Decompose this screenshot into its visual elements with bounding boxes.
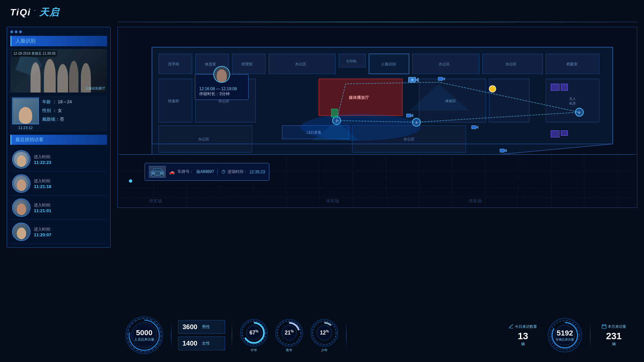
panel-dot-1 (10, 31, 13, 33)
total-visitors-number: 5000 (134, 328, 154, 337)
svg-text:经理室: 经理室 (241, 62, 253, 66)
svg-text:媒体播放厅: 媒体播放厅 (348, 95, 369, 100)
svg-text:档案室: 档案室 (566, 62, 578, 66)
person-info: 11:23:12 年龄 ： 18～24 性别 ： 女 戴眼镜：否 (10, 96, 107, 131)
svg-text:快递柜: 快递柜 (168, 99, 179, 103)
right-stats: 今日来访数量 13 辆 5192 车辆总来访量 (506, 317, 631, 354)
svg-rect-96 (152, 172, 155, 174)
bottom-stats: 5000 人员总来访量 3600 男性 1400 女性 (117, 315, 637, 355)
male-bar: 3600 男性 (178, 320, 225, 334)
youth-label: 青年 (274, 348, 304, 353)
svg-text:停车场: 停车场 (469, 198, 482, 203)
car-plate-number: 渝A89897 (196, 169, 214, 175)
parking-svg: 停车场 停车场 停车场 (118, 155, 637, 207)
monthly-visits-count: 231 (597, 331, 631, 342)
male-label: 男性 (202, 324, 210, 330)
svg-text:办公区: 办公区 (295, 62, 306, 66)
svg-rect-65 (561, 131, 568, 136)
female-bar: 1400 女性 (178, 337, 225, 350)
svg-rect-62 (551, 84, 559, 90)
svg-rect-68 (121, 155, 634, 207)
svg-text:办公区: 办公区 (198, 137, 209, 141)
total-visitors-label: 人员总来访量 (134, 337, 154, 342)
today-visits-title: 今日来访数量 (506, 324, 540, 329)
face-recognition-title: 人脸识别 (10, 36, 107, 46)
vehicle-total-number: 5192 (556, 329, 574, 338)
logo: TiQi · 天启 (10, 6, 59, 19)
svg-rect-58 (407, 114, 411, 117)
age-middle-aged: 67% 中年 (239, 318, 269, 353)
middle-aged-text: 67% (250, 329, 259, 336)
car-popup-divider (217, 167, 218, 177)
visitor-info-1: 进入时间: 11:22:23 (34, 154, 51, 165)
middle-aged-label: 中年 (239, 348, 269, 353)
svg-rect-119 (602, 325, 606, 328)
top-line (117, 22, 637, 22)
vehicle-total-gauge: 5192 车辆总来访量 (546, 317, 583, 354)
popup-time: 12:16:08 — 12:19:08 (199, 86, 244, 91)
left-panel: 人脸识别 12-28-2018 星期五 11:39:35 人脸识别展厅 (7, 27, 111, 248)
svg-text:洗手间: 洗手间 (168, 62, 179, 66)
male-count: 3600 (182, 323, 199, 331)
svg-text:停车场: 停车场 (149, 198, 162, 203)
visitor-info-4: 进入时间: 11:20:07 (34, 227, 51, 237)
svg-text:LED屏幕: LED屏幕 (307, 131, 321, 135)
parking-area: 停车场 停车场 停车场 🚗 车牌号： 渝A89897 ⏱ 进场时间： (117, 154, 637, 208)
popup-avatar (213, 66, 230, 83)
visitor-avatar-1 (12, 150, 31, 169)
person-time: 11:23:12 (12, 126, 39, 130)
camera-timestamp: 12-28-2018 星期五 11:39:35 (12, 51, 57, 57)
today-visits-unit: 辆 (506, 342, 540, 347)
car-svg (150, 167, 165, 177)
popup-duration: 停留时长：3分钟 (199, 91, 244, 97)
svg-text:休息室: 休息室 (205, 62, 216, 66)
today-visits-count: 13 (506, 331, 540, 342)
visitor-info-3: 进入时间: 11:21:01 (34, 202, 51, 213)
middle-aged-gauge: 67% (239, 318, 269, 348)
visitor-item-2[interactable]: 进入时间: 11:21:18 (10, 172, 107, 196)
middle-aged-pct: 67% (250, 330, 259, 336)
minor-pct: 12% (320, 330, 329, 336)
svg-point-51 (489, 85, 496, 92)
car-plate-label: 车牌号： (177, 169, 194, 175)
chart-icon (509, 324, 514, 329)
svg-point-94 (152, 174, 155, 177)
svg-text:办公区: 办公区 (404, 137, 415, 141)
stat-divider-1 (171, 322, 171, 349)
calendar-icon (602, 324, 606, 329)
age-group-gauges: 67% 中年 21% 青年 (239, 318, 339, 353)
monthly-visits-block: 本月来访量 231 辆 (597, 324, 631, 347)
monthly-visits-title: 本月来访量 (597, 324, 631, 329)
visitor-item-3[interactable]: 进入时间: 11:21:01 (10, 196, 107, 220)
car-popup: 🚗 车牌号： 渝A89897 ⏱ 进场时间： 12:35:23 (145, 163, 269, 181)
logo-tiqi: TiQi (10, 7, 31, 17)
visitor-item-4[interactable]: 进入时间: 11:20:07 (10, 220, 107, 244)
svg-rect-60 (500, 149, 504, 152)
svg-rect-64 (551, 131, 559, 137)
total-visitors-gauge: 5000 人员总来访量 (124, 315, 164, 355)
svg-text:办公区: 办公区 (439, 62, 450, 66)
svg-rect-63 (561, 84, 568, 90)
svg-text:打印机: 打印机 (346, 59, 357, 63)
age-minor: 12% 少年 (309, 318, 339, 353)
camera-label: 人脸识别展厅 (85, 86, 105, 91)
car-time-label: 进场时间： (227, 169, 248, 175)
total-visitors-text: 5000 人员总来访量 (134, 328, 154, 342)
visitor-item-1[interactable]: 进入时间: 11:22:23 (10, 147, 107, 172)
visitor-avatar-4 (12, 223, 31, 241)
age-youth: 21% 青年 (274, 318, 304, 353)
car-icon (149, 166, 166, 178)
car-plate-info: 🚗 车牌号： 渝A89897 (169, 169, 214, 175)
today-visits-block: 今日来访数量 13 辆 (506, 324, 540, 347)
monthly-visits-unit: 辆 (597, 342, 631, 347)
vehicle-total-label: 车辆总来访量 (556, 338, 574, 342)
svg-point-95 (160, 174, 163, 177)
svg-rect-54 (438, 77, 443, 80)
logo-tianqi: 天启 (39, 7, 59, 17)
visitor-info-2: 进入时间: 11:21:18 (34, 178, 51, 189)
female-count: 1400 (182, 340, 199, 347)
youth-pct: 21% (285, 330, 294, 336)
stat-divider-3 (346, 322, 346, 349)
svg-rect-16 (489, 79, 529, 122)
svg-text:机库: 机库 (569, 102, 576, 105)
